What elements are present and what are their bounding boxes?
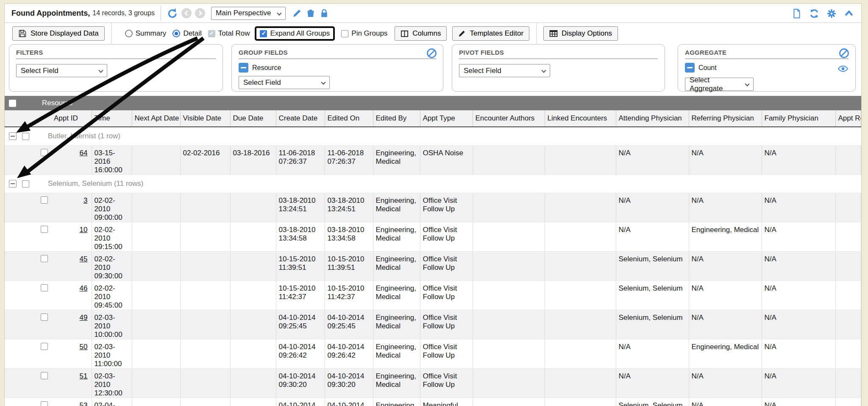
new-document-icon[interactable] [791, 8, 802, 19]
appt-id-link[interactable]: 49 [80, 314, 88, 322]
col-header-family_physician[interactable]: Family Physician [762, 110, 835, 127]
col-header-create_date[interactable]: Create Date [276, 110, 325, 127]
cell-appt_reason [835, 310, 861, 339]
cell-linked_encounters [545, 222, 616, 252]
expand-all-groups-checkbox[interactable]: Expand All Groups [260, 29, 330, 38]
cell-family_physician: N/A [762, 281, 835, 310]
nav-forward-icon[interactable] [195, 8, 205, 18]
cell-family_physician: N/A [762, 146, 835, 175]
checkbox-checked-disabled-icon [208, 30, 215, 37]
row-select-checkbox[interactable] [41, 149, 48, 156]
cell-edited_on: 04-10-2014 09:26:42 [325, 339, 373, 369]
appt-id-link[interactable]: 45 [80, 255, 88, 263]
cell-create_date: 11-06-2018 07:26:37 [276, 146, 325, 175]
filters-field-select[interactable]: Select Field [16, 64, 107, 77]
pivot-field-select[interactable]: Select Field [459, 64, 550, 77]
undo-icon[interactable] [167, 8, 178, 19]
cell-time: 02-02-2010 09:45:00 [92, 281, 132, 310]
cell-family_physician: N/A [762, 398, 835, 406]
appt-id-link[interactable]: 10 [80, 226, 88, 234]
col-header-linked_encounters[interactable]: Linked Encounters [545, 110, 616, 127]
columns-button[interactable]: Columns [395, 26, 447, 41]
group-field-select[interactable]: Select Field [239, 76, 330, 89]
col-header-appt_type[interactable]: Appt Type [420, 110, 473, 127]
pin-groups-checkbox[interactable]: Pin Groups [341, 29, 387, 38]
lock-icon[interactable] [319, 8, 330, 19]
group-select-checkbox[interactable] [22, 133, 29, 140]
settings-gear-icon[interactable] [826, 8, 837, 19]
cell-row-select [5, 252, 51, 281]
col-header-encounter_authors[interactable]: Encounter Authors [473, 110, 545, 127]
appt-id-link[interactable]: 53 [80, 401, 88, 406]
remove-field-minus-icon[interactable] [239, 63, 248, 73]
col-header-appt_id[interactable]: Appt ID [51, 110, 92, 127]
row-select-checkbox[interactable] [41, 196, 48, 204]
row-select-checkbox[interactable] [41, 343, 48, 350]
group-collapse-toggle[interactable] [9, 180, 17, 188]
edit-pencil-icon[interactable] [292, 8, 303, 19]
cell-encounter_authors [473, 310, 545, 339]
cell-referring_physician: N/A [689, 398, 762, 406]
select-all-checkbox[interactable] [9, 100, 16, 107]
detail-radio[interactable]: Detail [172, 29, 201, 38]
col-header-due_date[interactable]: Due Date [230, 110, 276, 127]
col-header-visible_date[interactable]: Visible Date [180, 110, 230, 127]
col-header-appt_reason[interactable]: Appt Re [835, 110, 861, 127]
table-row: 1002-02-2010 09:15:0003-18-2010 13:34:58… [5, 222, 861, 252]
refresh-icon[interactable] [809, 8, 820, 19]
col-header-edited_on[interactable]: Edited On [325, 110, 373, 127]
remove-field-minus-icon[interactable] [685, 63, 695, 73]
visibility-eye-icon[interactable] [837, 64, 849, 73]
templates-editor-button[interactable]: Templates Editor [452, 26, 529, 41]
row-select-checkbox[interactable] [41, 226, 48, 233]
display-options-button[interactable]: Display Options [543, 26, 618, 41]
row-select-checkbox[interactable] [41, 284, 48, 291]
clear-slash-icon[interactable] [426, 48, 437, 59]
clear-slash-icon[interactable] [839, 48, 849, 59]
group-collapse-toggle[interactable] [9, 132, 17, 140]
cell-create_date: 10-15-2010 11:39:51 [276, 252, 325, 281]
col-header-referring_physician[interactable]: Referring Physician [689, 110, 762, 127]
chevron-down-icon [277, 11, 281, 15]
aggregate-select[interactable]: Select Aggregate [685, 78, 754, 91]
cell-next_apt_date [132, 339, 180, 369]
appt-id-link[interactable]: 46 [80, 284, 88, 292]
summary-radio[interactable]: Summary [125, 29, 167, 38]
cell-encounter_authors [473, 398, 545, 406]
col-header-time[interactable]: Time [92, 110, 132, 127]
cell-appt_reason [835, 339, 861, 369]
cell-encounter_authors [473, 222, 545, 252]
store-displayed-data-button[interactable]: Store Displayed Data [12, 26, 105, 41]
appt-id-link[interactable]: 50 [80, 343, 88, 351]
row-select-checkbox[interactable] [41, 401, 48, 406]
col-header-next_apt_date[interactable]: Next Apt Date [132, 110, 180, 127]
cell-appt_reason [835, 146, 861, 175]
appt-id-link[interactable]: 51 [80, 372, 88, 380]
cell-time: 02-02-2010 09:30:00 [92, 252, 132, 281]
cell-appt_reason [835, 398, 861, 406]
col-header-attending_physician[interactable]: Attending Physician [616, 110, 689, 127]
collapse-chevron-up-icon[interactable] [843, 8, 854, 19]
cell-due_date [230, 369, 276, 398]
row-select-checkbox[interactable] [41, 314, 48, 321]
group-select-checkbox[interactable] [22, 180, 29, 188]
row-select-checkbox[interactable] [41, 255, 48, 262]
record-count: 14 records, 3 groups [92, 9, 155, 17]
cell-edited_by: Engineering, Medical [373, 252, 420, 281]
aggregate-panel-title: AGGREGATE [685, 49, 849, 59]
delete-trash-icon[interactable] [305, 8, 316, 19]
cell-row-select [5, 310, 51, 339]
cell-attending_physician: Selenium, Selenium [616, 398, 689, 406]
cell-referring_physician: N/A [689, 252, 762, 281]
pivot-fields-panel: PIVOT FIELDS Select Field [452, 44, 665, 92]
appt-id-link[interactable]: 3 [83, 196, 87, 204]
appt-id-link[interactable]: 64 [80, 149, 88, 157]
cell-appt_reason [835, 222, 861, 252]
row-select-checkbox[interactable] [41, 372, 48, 379]
cell-appt_id: 10 [51, 222, 92, 252]
nav-back-icon[interactable] [181, 8, 192, 18]
cell-encounter_authors [473, 339, 545, 369]
perspective-select[interactable]: Main Perspective [211, 7, 286, 20]
total-row-checkbox[interactable]: Total Row [208, 29, 250, 38]
col-header-edited_by[interactable]: Edited By [373, 110, 420, 127]
